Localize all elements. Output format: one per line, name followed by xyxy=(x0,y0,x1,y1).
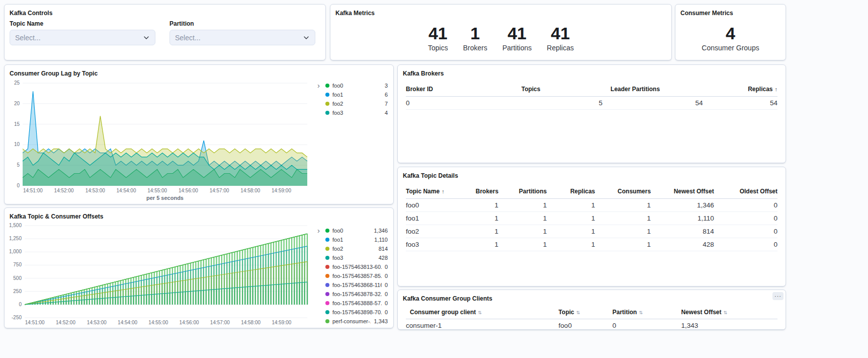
legend-item[interactable]: perf-consumer-...1,343 xyxy=(325,317,388,326)
series-value: 4 xyxy=(385,110,388,116)
metric-label: Partitions xyxy=(502,43,532,52)
bar xyxy=(63,295,64,305)
panel-kafka-brokers: Kafka Brokers Broker IDTopicsLeader Part… xyxy=(397,64,786,163)
bar xyxy=(286,239,287,305)
bar xyxy=(120,280,121,305)
bar xyxy=(172,267,173,304)
series-value: 0 xyxy=(385,264,388,270)
series-value: 1,110 xyxy=(374,237,388,243)
sortable-icon: ⇅ xyxy=(723,310,727,315)
column-header-consumer-group-client[interactable]: Consumer group client⇅ xyxy=(406,306,555,319)
y-axis-tick-label: 25 xyxy=(14,80,20,86)
legend-item[interactable]: foo34 xyxy=(325,108,388,117)
bar xyxy=(141,275,142,305)
column-header-partition[interactable]: Partition⇅ xyxy=(609,306,677,319)
series-value: 0 xyxy=(385,273,388,279)
consumer-group-clients-table: Consumer group client⇅Topic⇅Partition⇅Ne… xyxy=(406,306,777,330)
column-header-topic[interactable]: Topic⇅ xyxy=(555,306,609,319)
bar xyxy=(213,257,214,305)
bar xyxy=(188,264,189,305)
partition-select[interactable]: Select... xyxy=(169,30,315,45)
partition-field-group: Partition Select... xyxy=(169,20,315,45)
bar xyxy=(242,250,243,305)
bar xyxy=(250,248,251,305)
panel-title: Kafka Topic & Consumer Offsets xyxy=(5,208,393,221)
legend-item[interactable]: foo-1575463878-32...0 xyxy=(325,290,388,299)
table-cell: 1 xyxy=(469,238,503,251)
bar xyxy=(161,270,162,305)
bar xyxy=(226,254,227,305)
legend-item[interactable]: foo-1575463868-116...0 xyxy=(325,280,388,290)
column-header-consumers: Consumers xyxy=(599,184,655,199)
series-name: foo0 xyxy=(332,228,371,234)
bar xyxy=(201,260,202,305)
y-axis-tick-label: -250 xyxy=(12,315,22,320)
column-header-oldest-offset: Oldest Offset xyxy=(718,184,777,199)
column-header-topics: Topics xyxy=(517,82,606,97)
series-name: foo2 xyxy=(332,246,376,252)
series-name: foo0 xyxy=(332,83,382,89)
panel-title: Kafka Consumer Group Clients xyxy=(398,290,786,303)
table-row: foo111111,1100 xyxy=(406,212,777,225)
legend-item[interactable]: foo-1575463857-85...0 xyxy=(325,271,388,280)
metric-label: Consumer Groups xyxy=(702,43,759,52)
topic-name-label: Topic Name xyxy=(10,20,155,27)
legend-collapse-icon[interactable]: › xyxy=(317,82,320,90)
chart-legend: foo01,346foo11,110foo2814foo3428foo-1575… xyxy=(325,226,388,326)
bar xyxy=(260,246,261,305)
bar xyxy=(68,294,69,305)
series-color-dot xyxy=(325,229,329,233)
legend-item[interactable]: foo11,110 xyxy=(325,235,388,244)
legend-item[interactable]: foo2814 xyxy=(325,244,388,253)
column-header-broker-id: Broker ID xyxy=(406,82,517,97)
panel-kafka-topic-details: Kafka Topic Details Topic Name↑BrokersPa… xyxy=(397,167,786,287)
table-cell: 814 xyxy=(655,225,718,238)
bar xyxy=(92,288,93,305)
legend-item[interactable]: foo16 xyxy=(325,90,388,99)
metrics-row: 41Topics1Brokers41Partitions41Replicas xyxy=(330,23,671,52)
line-series-perf-consumer-... xyxy=(25,234,307,305)
y-axis-tick-label: 500 xyxy=(13,275,22,281)
y-axis-tick-label: 1,500 xyxy=(9,223,22,228)
legend-item[interactable]: foo27 xyxy=(325,99,388,108)
bar xyxy=(148,273,149,305)
legend-item[interactable]: foo-1575463898-70...0 xyxy=(325,308,388,317)
column-header-brokers: Brokers xyxy=(469,184,503,199)
table-cell: 0 xyxy=(718,238,777,251)
topic-name-select[interactable]: Select... xyxy=(10,30,155,45)
bar xyxy=(276,242,277,305)
series-name: foo1 xyxy=(332,237,371,243)
table-cell: 1,110 xyxy=(655,212,718,225)
table-cell: 1 xyxy=(551,238,599,251)
table-cell: 1 xyxy=(469,225,503,238)
bar xyxy=(195,262,196,305)
table-cell: 0 xyxy=(718,199,777,212)
bar xyxy=(130,278,131,305)
legend-item[interactable]: foo01,346 xyxy=(325,226,388,235)
column-header-topic-name[interactable]: Topic Name↑ xyxy=(406,184,469,199)
panel-options-button[interactable]: ··· xyxy=(772,292,784,300)
bar xyxy=(208,258,209,305)
series-name: foo2 xyxy=(332,101,382,107)
series-name: foo-1575463813-60... xyxy=(332,264,382,270)
legend-collapse-icon[interactable]: › xyxy=(317,227,320,235)
series-color-dot xyxy=(325,319,329,323)
legend-item[interactable]: foo-1575463813-60...0 xyxy=(325,262,388,271)
legend-item[interactable]: foo03 xyxy=(325,81,388,90)
bar xyxy=(203,260,204,305)
table-cell: 0 xyxy=(718,212,777,225)
metric-label: Brokers xyxy=(463,43,487,52)
metrics-row: 4Consumer Groups xyxy=(675,23,786,52)
column-header-replicas[interactable]: Replicas↑ xyxy=(707,82,777,97)
bar xyxy=(89,289,90,305)
table-cell: 1 xyxy=(502,212,551,225)
metric-replicas: 41Replicas xyxy=(547,23,574,52)
ellipsis-icon: ··· xyxy=(774,294,782,299)
column-header-newest-offset[interactable]: Newest Offset⇅ xyxy=(677,306,777,319)
legend-item[interactable]: foo3428 xyxy=(325,253,388,262)
y-axis-tick-label: 1,000 xyxy=(9,249,22,254)
x-axis-title: per 5 seconds xyxy=(146,195,184,201)
legend-item[interactable]: foo-1575463888-57...0 xyxy=(325,299,388,308)
bar xyxy=(185,264,186,305)
bar xyxy=(81,291,82,305)
